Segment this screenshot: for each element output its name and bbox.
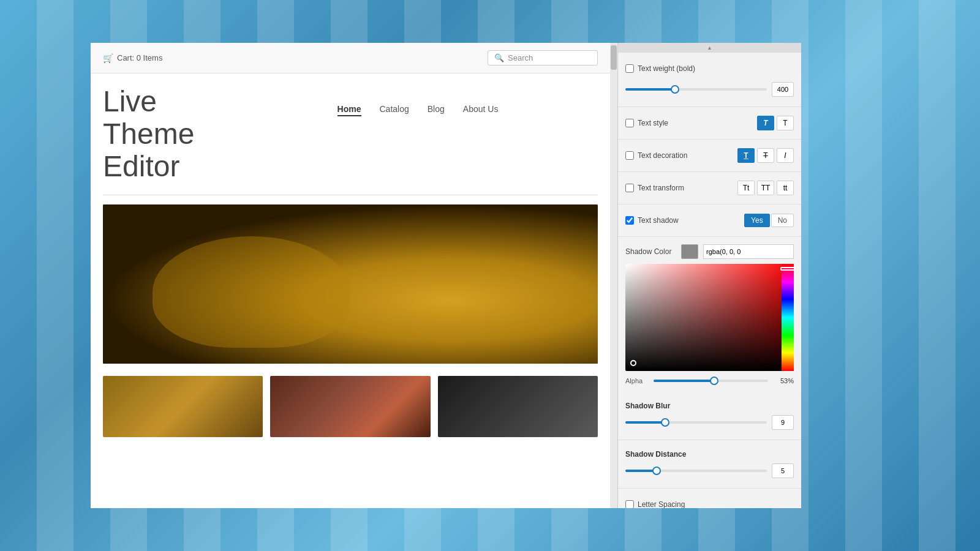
text-shadow-toggle: Yes No	[744, 214, 794, 227]
nav-home[interactable]: Home	[337, 104, 361, 116]
shadow-distance-thumb[interactable]	[652, 467, 661, 475]
text-transform-text: Text transform	[638, 184, 684, 192]
text-transform-label: Text transform	[625, 184, 737, 192]
shadow-distance-label: Shadow Distance	[625, 445, 794, 461]
letter-spacing-text: Letter Spacing	[638, 500, 685, 508]
text-shadow-label: Text shadow	[625, 216, 744, 225]
text-decoration-text: Text decoration	[638, 151, 687, 160]
alpha-fill	[654, 380, 714, 382]
scroll-thumb[interactable]	[611, 45, 617, 70]
shadow-blur-label: Shadow Blur	[625, 397, 794, 413]
shadow-color-row: Shadow Color	[625, 242, 794, 264]
nav-catalog[interactable]: Catalog	[380, 104, 409, 114]
product-thumb-1	[103, 376, 263, 437]
text-decoration-controls: T T I	[737, 148, 794, 163]
alpha-row: Alpha 53%	[625, 375, 794, 387]
text-transform-checkbox[interactable]	[625, 184, 634, 192]
text-transform-controls: Tt TT tt	[737, 181, 794, 195]
shadow-color-label: Shadow Color	[625, 247, 676, 256]
shadow-distance-section: Shadow Distance 5	[618, 440, 801, 489]
text-transform-row: Text transform Tt TT tt	[625, 177, 794, 199]
nav-about[interactable]: About Us	[463, 104, 499, 114]
product-grid	[91, 376, 610, 437]
text-shadow-section: Text shadow Yes No	[618, 204, 801, 237]
text-transform-lower-btn[interactable]: tt	[777, 181, 794, 195]
text-style-checkbox[interactable]	[625, 119, 634, 127]
site-logo: Live Theme Editor	[103, 86, 225, 182]
text-decoration-checkbox[interactable]	[625, 151, 634, 160]
text-style-normal-btn[interactable]: T	[777, 116, 794, 130]
site-header: 🛒 Cart: 0 Items 🔍 Search	[91, 43, 610, 73]
main-container: 🛒 Cart: 0 Items 🔍 Search Live Theme Edit…	[91, 43, 801, 508]
gradient-cursor	[630, 360, 636, 366]
alpha-track[interactable]	[654, 380, 768, 382]
text-weight-checkbox[interactable]	[625, 64, 634, 73]
shadow-color-swatch[interactable]	[681, 244, 698, 259]
alpha-value: 53%	[773, 377, 794, 384]
shadow-distance-slider-container: 5	[625, 463, 794, 478]
site-content: Live Theme Editor Home Catalog Blog Abou…	[91, 73, 610, 195]
text-weight-text: Text weight (bold)	[638, 64, 695, 73]
site-nav: Home Catalog Blog About Us	[238, 86, 598, 182]
text-decoration-row: Text decoration T T I	[625, 144, 794, 167]
scroll-up-arrow[interactable]: ▲	[618, 43, 801, 53]
search-placeholder: Search	[508, 53, 533, 62]
cart-area: 🛒 Cart: 0 Items	[103, 53, 162, 63]
text-shadow-row: Text shadow Yes No	[625, 209, 794, 231]
nav-blog[interactable]: Blog	[428, 104, 445, 114]
text-shadow-yes-btn[interactable]: Yes	[744, 214, 770, 227]
scrollbar[interactable]	[610, 43, 617, 508]
hero-divider	[103, 195, 598, 195]
shadow-distance-track[interactable]	[625, 470, 767, 472]
letter-spacing-row: Letter Spacing	[625, 493, 794, 508]
color-picker-wrapper[interactable]	[625, 264, 794, 371]
text-weight-fill	[625, 88, 675, 91]
text-weight-row: Text weight (bold)	[625, 58, 794, 80]
hue-cursor	[780, 267, 795, 271]
search-box[interactable]: 🔍 Search	[488, 50, 598, 66]
text-style-text: Text style	[638, 119, 668, 127]
shadow-blur-thumb[interactable]	[661, 418, 669, 427]
shadow-blur-section: Shadow Blur 9	[618, 392, 801, 440]
shadow-distance-slider-row: 5	[625, 461, 794, 483]
logo-line1: Live	[103, 86, 225, 118]
hue-bar[interactable]	[782, 264, 794, 371]
letter-spacing-section: Letter Spacing 0 px em	[618, 489, 801, 508]
text-shadow-text: Text shadow	[638, 216, 679, 225]
alpha-thumb[interactable]	[710, 377, 718, 385]
text-weight-track[interactable]	[625, 88, 767, 91]
shadow-blur-track[interactable]	[625, 421, 767, 424]
shadow-blur-slider-container: 9	[625, 415, 794, 430]
text-style-section: Text style T T	[618, 107, 801, 140]
logo-line2: Theme	[103, 118, 225, 151]
text-style-label: Text style	[625, 119, 757, 127]
text-shadow-checkbox[interactable]	[625, 216, 634, 225]
cart-label: Cart: 0 Items	[117, 53, 162, 62]
text-weight-label: Text weight (bold)	[625, 64, 794, 73]
letter-spacing-checkbox[interactable]	[625, 500, 634, 508]
text-transform-section: Text transform Tt TT tt	[618, 172, 801, 204]
text-transform-upper-btn[interactable]: TT	[757, 181, 774, 195]
shadow-blur-slider-row: 9	[625, 413, 794, 435]
product-thumb-3	[438, 376, 598, 437]
gradient-dark	[625, 264, 794, 371]
text-style-italic-btn[interactable]: T	[757, 116, 774, 130]
search-icon: 🔍	[494, 53, 504, 62]
text-decoration-label: Text decoration	[625, 151, 737, 160]
shadow-distance-value: 5	[772, 463, 794, 478]
text-shadow-no-btn[interactable]: No	[771, 214, 794, 227]
text-decoration-strikethrough-btn[interactable]: T	[757, 148, 774, 163]
text-weight-section: Text weight (bold) 400	[618, 53, 801, 107]
text-decoration-italic-btn[interactable]: I	[777, 148, 794, 163]
cart-icon: 🛒	[103, 53, 113, 63]
color-picker-section: Shadow Color Alpha	[618, 237, 801, 392]
shadow-color-input[interactable]	[703, 244, 794, 259]
text-weight-slider-row: 400	[625, 80, 794, 102]
text-weight-thumb[interactable]	[671, 85, 679, 94]
shadow-blur-fill	[625, 421, 665, 424]
preview-pane: 🛒 Cart: 0 Items 🔍 Search Live Theme Edit…	[91, 43, 610, 508]
text-decoration-underline-btn[interactable]: T	[737, 148, 755, 163]
hero-image	[103, 204, 598, 364]
color-gradient[interactable]	[625, 264, 794, 371]
text-transform-title-btn[interactable]: Tt	[737, 181, 755, 195]
